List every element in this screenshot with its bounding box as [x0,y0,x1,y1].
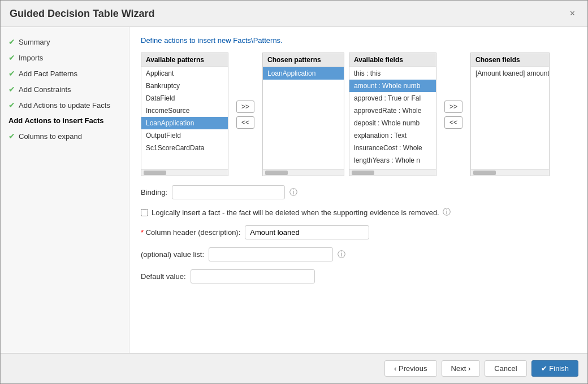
logically-insert-row: Logically insert a fact - the fact will … [141,207,576,217]
scrollbar-thumb-2 [265,171,288,175]
check-icon-imports: ✔ [8,53,15,62]
chosen-fields-header: Chosen fields [471,53,549,67]
sidebar-label-columns-to-expand: Columns to expand [19,132,82,141]
available-fields-panel: Available fields this : thisamount : Who… [349,53,436,176]
list-item[interactable]: Bankruptcy [141,80,228,92]
chosen-fields-scrollbar[interactable] [471,169,549,176]
list-item[interactable]: insuranceCost : Whole [349,142,436,154]
logically-insert-label: Logically insert a fact - the fact will … [152,208,439,217]
binding-input[interactable] [172,185,285,199]
form-section: Binding: ⓘ Logically insert a fact - the… [141,185,576,283]
previous-button[interactable]: ‹ Previous [384,360,437,377]
default-value-row: Default value: [141,269,576,283]
dialog-header: Guided Decision Table Wizard × [1,1,587,27]
list-item[interactable]: approvedRate : Whole [349,104,436,117]
move-right-button-1[interactable]: >> [236,101,254,113]
dialog-title: Guided Decision Table Wizard [10,8,155,20]
column-header-input[interactable] [245,225,369,239]
list-item[interactable]: amount : Whole numb [349,80,436,92]
logically-insert-checkbox[interactable] [141,209,148,216]
sidebar-label-add-actions-insert: Add Actions to insert Facts [8,116,104,125]
available-patterns-scrollbar[interactable] [141,169,228,176]
list-item[interactable]: this : this [349,67,436,80]
check-icon-columns-to-expand: ✔ [8,132,15,141]
main-content: Define actions to insert new Facts\Patte… [129,27,587,353]
sidebar-item-add-actions-update[interactable]: ✔Add Actions to update Facts [1,97,129,113]
list-item[interactable]: IncomeSource [141,104,228,117]
chosen-patterns-scrollbar[interactable] [263,169,344,176]
binding-row: Binding: ⓘ [141,185,576,199]
sidebar-item-columns-to-expand[interactable]: ✔Columns to expand [1,128,129,144]
list-item[interactable]: deposit : Whole numb [349,117,436,129]
sidebar-label-imports: Imports [19,54,43,62]
logically-insert-help-icon[interactable]: ⓘ [443,207,451,217]
check-icon-add-fact-patterns: ✔ [8,69,15,78]
move-left-button-1[interactable]: << [236,116,254,129]
list-item[interactable]: OutputField [141,129,228,142]
list-item[interactable]: LoanApplication [141,117,228,129]
list-item[interactable]: [Amount loaned] amount [471,67,549,80]
value-list-help-icon[interactable]: ⓘ [338,250,345,260]
column-header-row: Column header (description): [141,225,576,239]
scrollbar-thumb-4 [473,171,496,175]
check-icon-add-actions-update: ✔ [8,101,15,110]
binding-help-icon[interactable]: ⓘ [289,187,297,198]
value-list-input[interactable] [209,247,333,261]
value-list-row: (optional) value list: ⓘ [141,247,576,261]
available-patterns-list: ApplicantBankruptcyDataFieldIncomeSource… [141,67,228,169]
move-right-button-2[interactable]: >> [444,101,462,113]
sidebar-label-summary: Summary [19,38,50,46]
sidebar-label-add-fact-patterns: Add Fact Patterns [19,69,77,78]
binding-label: Binding: [141,188,167,197]
check-icon-add-constraints: ✔ [8,85,15,94]
chosen-fields-panel: Chosen fields [Amount loaned] amount [470,53,550,176]
guided-decision-table-wizard: Guided Decision Table Wizard × ✔Summary✔… [0,0,588,384]
list-item[interactable]: DataField [141,92,228,104]
list-item[interactable]: lengthYears : Whole n [349,154,436,167]
column-header-label: Column header (description): [141,228,240,237]
chosen-patterns-list: LoanApplication [263,67,344,169]
list-item[interactable]: approved : True or Fal [349,92,436,104]
available-patterns-header: Available patterns [141,53,228,67]
value-list-label: (optional) value list: [141,250,204,259]
scrollbar-thumb [144,171,166,175]
intro-text: Define actions to insert new Facts\Patte… [141,36,576,45]
arrow-buttons-2: >> << [441,53,466,176]
chosen-patterns-header: Chosen patterns [263,53,344,67]
panels-row: Available patterns ApplicantBankruptcyDa… [141,53,576,176]
available-fields-scrollbar[interactable] [349,169,436,176]
arrow-buttons-1: >> << [233,53,258,176]
list-item[interactable]: Applicant [141,67,228,80]
sidebar-item-summary[interactable]: ✔Summary [1,34,129,50]
chosen-patterns-panel: Chosen patterns LoanApplication [262,53,344,176]
sidebar-item-imports[interactable]: ✔Imports [1,50,129,66]
sidebar-item-add-fact-patterns[interactable]: ✔Add Fact Patterns [1,66,129,81]
sidebar-item-add-constraints[interactable]: ✔Add Constraints [1,81,129,97]
available-fields-list: this : thisamount : Whole numbapproved :… [349,67,436,169]
dialog-body: ✔Summary✔Imports✔Add Fact Patterns✔Add C… [1,27,587,353]
cancel-button[interactable]: Cancel [485,360,526,377]
available-patterns-panel: Available patterns ApplicantBankruptcyDa… [141,53,228,176]
sidebar: ✔Summary✔Imports✔Add Fact Patterns✔Add C… [1,27,129,353]
check-icon-summary: ✔ [8,37,15,46]
default-value-input[interactable] [191,269,315,283]
sidebar-label-add-actions-update: Add Actions to update Facts [19,101,110,110]
dialog-footer: ‹ Previous Next › Cancel ✔ Finish [1,353,587,383]
default-value-label: Default value: [141,272,186,281]
sidebar-item-add-actions-insert[interactable]: Add Actions to insert Facts [1,113,129,128]
next-button[interactable]: Next › [442,360,481,377]
chosen-fields-list: [Amount loaned] amount [471,67,549,169]
sidebar-label-add-constraints: Add Constraints [19,85,71,94]
move-left-button-2[interactable]: << [444,116,462,129]
available-fields-header: Available fields [349,53,436,67]
list-item[interactable]: explanation : Text [349,129,436,142]
close-button[interactable]: × [567,7,578,20]
scrollbar-thumb-3 [352,171,374,175]
list-item[interactable]: Sc1ScoreCardData [141,142,228,154]
finish-button[interactable]: ✔ Finish [531,360,578,377]
list-item[interactable]: LoanApplication [263,67,344,80]
